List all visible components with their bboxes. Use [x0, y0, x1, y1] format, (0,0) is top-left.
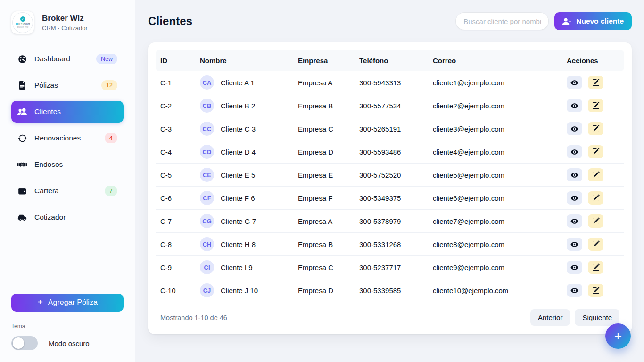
view-button[interactable]	[567, 122, 582, 135]
car-icon	[17, 213, 27, 222]
main-content: Clientes Nuevo cliente ID Nombre Empresa	[135, 0, 644, 362]
cell-actions	[562, 140, 624, 164]
edit-button[interactable]	[588, 145, 603, 158]
client-name: Cliente A 1	[221, 79, 255, 87]
sidebar-item-cartera[interactable]: Cartera 7	[11, 180, 124, 202]
view-button[interactable]	[567, 284, 582, 297]
cell-company: Empresa C	[293, 256, 355, 279]
sidebar-item-cotizador[interactable]: Cotizador	[11, 206, 124, 228]
avatar: CC	[200, 122, 214, 136]
prev-page-button[interactable]: Anterior	[530, 309, 570, 326]
brand-logo-circle: ✓ TDPSmart Broker Wiz	[12, 12, 33, 33]
cell-actions	[562, 187, 624, 210]
document-icon	[17, 81, 27, 90]
edit-button[interactable]	[588, 191, 603, 205]
avatar: CD	[200, 145, 214, 159]
cell-phone: 300-5577534	[355, 94, 428, 117]
cell-id: C-3	[156, 117, 195, 140]
edit-button[interactable]	[588, 284, 603, 297]
table-row: C-6 CF Cliente F 6 Empresa F 300-5349375…	[156, 187, 624, 210]
cell-email: cliente3@ejemplo.com	[428, 117, 562, 140]
edit-button[interactable]	[588, 261, 603, 274]
edit-button[interactable]	[588, 99, 603, 112]
table-row: C-5 CE Cliente E 5 Empresa E 300-5752520…	[156, 164, 624, 187]
table-footer: Mostrando 1-10 de 46 Anterior Siguiente	[156, 302, 624, 334]
page-title: Clientes	[148, 15, 192, 28]
sidebar: ✓ TDPSmart Broker Wiz Broker Wiz CRM · C…	[0, 0, 135, 362]
view-button[interactable]	[567, 261, 582, 274]
cell-name: CF Cliente F 6	[200, 191, 289, 205]
add-policy-button[interactable]: + Agregar Póliza	[11, 294, 124, 312]
refresh-icon	[17, 133, 27, 143]
cell-name: CE Cliente E 5	[200, 168, 289, 182]
client-name: Cliente I 9	[221, 263, 253, 272]
edit-button[interactable]	[588, 238, 603, 251]
edit-icon	[592, 125, 600, 132]
sidebar-item-polizas[interactable]: Pólizas 12	[11, 74, 124, 96]
eye-icon	[570, 194, 578, 202]
next-page-button[interactable]: Siguiente	[575, 309, 619, 326]
edit-icon	[592, 102, 600, 109]
edit-icon	[592, 171, 600, 179]
brand-text: Broker Wiz CRM · Cotizador	[42, 14, 88, 32]
logo-subtext: Broker Wiz	[17, 26, 28, 29]
edit-button[interactable]	[588, 214, 603, 228]
col-nombre: Nombre	[195, 50, 293, 71]
client-name: Cliente J 10	[221, 287, 258, 295]
table-header: ID Nombre Empresa Teléfono Correo Accion…	[156, 50, 624, 71]
new-client-button[interactable]: Nuevo cliente	[554, 12, 632, 30]
table-row: C-10 CJ Cliente J 10 Empresa D 300-53395…	[156, 279, 624, 302]
client-name: Cliente H 8	[221, 240, 256, 248]
view-button[interactable]	[567, 168, 582, 181]
view-button[interactable]	[567, 99, 582, 112]
view-button[interactable]	[567, 145, 582, 158]
avatar: CF	[200, 191, 214, 205]
view-button[interactable]	[567, 76, 582, 89]
sidebar-item-renovaciones[interactable]: Renovaciones 4	[11, 127, 124, 149]
sidebar-item-endosos[interactable]: Endosos	[11, 154, 124, 175]
client-name: Cliente C 3	[221, 125, 256, 133]
client-name: Cliente D 4	[221, 148, 256, 156]
sidebar-item-label: Dashboard	[34, 55, 96, 63]
eye-icon	[570, 79, 578, 87]
cell-id: C-10	[156, 279, 195, 302]
table-row: C-4 CD Cliente D 4 Empresa D 300-5593486…	[156, 140, 624, 164]
sidebar-item-clientes[interactable]: Clientes	[11, 101, 124, 123]
edit-button[interactable]	[588, 168, 603, 181]
cell-actions	[562, 117, 624, 140]
search-input[interactable]	[455, 12, 549, 30]
avatar: CA	[200, 75, 214, 90]
view-button[interactable]	[567, 191, 582, 205]
dashboard-badge: New	[96, 54, 117, 64]
client-name: Cliente G 7	[221, 217, 256, 225]
cell-phone: 300-5752520	[355, 164, 428, 187]
cell-phone: 300-5331268	[355, 233, 428, 256]
edit-button[interactable]	[588, 76, 603, 89]
new-client-label: Nuevo cliente	[576, 17, 624, 25]
avatar: CB	[200, 99, 214, 113]
cell-id: C-9	[156, 256, 195, 279]
view-button[interactable]	[567, 238, 582, 251]
theme-label: Tema	[11, 323, 124, 329]
cell-name: CA Cliente A 1	[200, 75, 289, 90]
cell-email: cliente10@ejemplo.com	[428, 279, 562, 302]
edit-button[interactable]	[588, 122, 603, 135]
sidebar-item-dashboard[interactable]: Dashboard New	[11, 48, 124, 70]
client-name: Cliente F 6	[221, 194, 255, 202]
edit-icon	[592, 194, 600, 202]
fab-add-button[interactable]: +	[605, 323, 631, 349]
col-correo: Correo	[428, 50, 562, 71]
cell-phone: 300-5237717	[355, 256, 428, 279]
edit-icon	[592, 240, 600, 248]
cell-phone: 300-5943313	[355, 71, 428, 94]
view-button[interactable]	[567, 214, 582, 228]
client-name: Cliente B 2	[221, 102, 255, 110]
eye-icon	[570, 217, 578, 225]
cell-company: Empresa D	[293, 140, 355, 164]
dashboard-icon	[17, 54, 27, 64]
sidebar-item-label: Renovaciones	[34, 134, 105, 142]
sidebar-item-label: Cotizador	[34, 213, 117, 222]
dark-mode-toggle[interactable]	[11, 336, 38, 350]
toggle-knob	[13, 337, 24, 349]
cell-email: cliente9@ejemplo.com	[428, 256, 562, 279]
